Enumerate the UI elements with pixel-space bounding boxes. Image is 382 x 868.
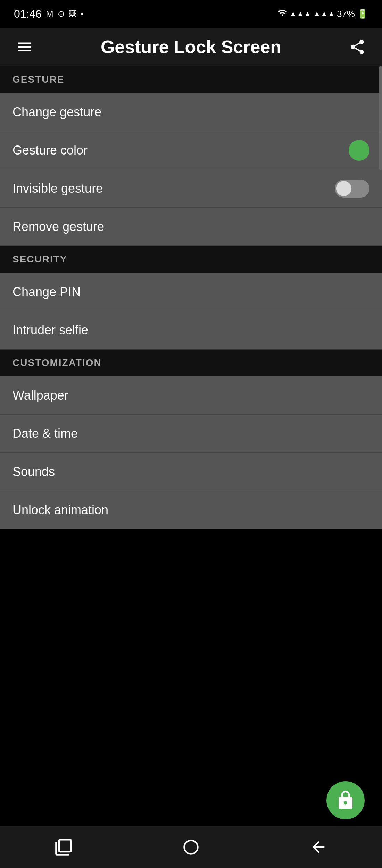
battery-icon: 🔋 — [357, 9, 368, 19]
customization-section-label: CUSTOMIZATION — [13, 357, 102, 368]
unlock-animation-label: Unlock animation — [13, 503, 108, 517]
status-right-group: ▲▲▲ ▲▲▲ 37% 🔋 — [277, 8, 368, 20]
wallpaper-item[interactable]: Wallpaper — [0, 376, 382, 415]
fab-lock-button[interactable] — [326, 781, 365, 819]
toggle-knob — [336, 181, 351, 196]
app-bar: Gesture Lock Screen — [0, 28, 382, 66]
change-gesture-label: Change gesture — [13, 105, 101, 119]
invisible-gesture-toggle[interactable] — [335, 180, 369, 198]
status-bar: 01:46 M ⊙ 🖼 • ▲▲▲ ▲▲▲ 37% 🔋 — [0, 0, 382, 28]
camera-icon: ⊙ — [58, 9, 65, 19]
invisible-gesture-label: Invisible gesture — [13, 181, 103, 196]
gmail-icon: M — [46, 9, 53, 19]
dot-icon: • — [81, 9, 83, 18]
change-pin-item[interactable]: Change PIN — [0, 273, 382, 311]
wallpaper-label: Wallpaper — [13, 388, 68, 403]
date-time-label: Date & time — [13, 426, 78, 441]
home-button[interactable] — [177, 833, 205, 861]
gesture-color-item[interactable]: Gesture color — [0, 131, 382, 169]
menu-button[interactable] — [13, 35, 37, 59]
image-icon: 🖼 — [69, 9, 76, 18]
sounds-label: Sounds — [13, 465, 55, 479]
security-section-label: SECURITY — [13, 254, 67, 265]
scroll-indicator — [379, 66, 382, 170]
bottom-nav — [0, 826, 382, 868]
gesture-color-label: Gesture color — [13, 143, 88, 158]
customization-section-header: CUSTOMIZATION — [0, 349, 382, 376]
remove-gesture-label: Remove gesture — [13, 219, 104, 234]
gesture-section-label: GESTURE — [13, 74, 64, 85]
fab-lock-icon — [335, 790, 356, 811]
app-title: Gesture Lock Screen — [101, 36, 281, 57]
intruder-selfie-label: Intruder selfie — [13, 323, 88, 337]
back-icon — [309, 838, 327, 856]
home-icon — [182, 838, 200, 856]
invisible-gesture-item[interactable]: Invisible gesture — [0, 169, 382, 208]
gesture-color-indicator[interactable] — [349, 140, 369, 161]
intruder-selfie-item[interactable]: Intruder selfie — [0, 311, 382, 349]
change-pin-label: Change PIN — [13, 285, 81, 299]
status-time: 01:46 — [14, 8, 42, 20]
security-section-header: SECURITY — [0, 246, 382, 273]
lte1-icon: ▲▲▲ — [289, 9, 311, 18]
change-gesture-item[interactable]: Change gesture — [0, 93, 382, 131]
gesture-section-header: GESTURE — [0, 66, 382, 93]
back-button[interactable] — [305, 833, 332, 861]
unlock-animation-item[interactable]: Unlock animation — [0, 491, 382, 529]
date-time-item[interactable]: Date & time — [0, 415, 382, 453]
remove-gesture-item[interactable]: Remove gesture — [0, 208, 382, 246]
sounds-item[interactable]: Sounds — [0, 453, 382, 491]
battery-text: 37% — [337, 9, 355, 19]
recent-apps-icon — [55, 838, 73, 856]
lte2-icon: ▲▲▲ — [313, 9, 335, 18]
share-button[interactable] — [345, 35, 369, 59]
recent-apps-button[interactable] — [50, 833, 77, 861]
status-left-group: 01:46 M ⊙ 🖼 • — [14, 8, 83, 20]
wifi-icon — [277, 8, 287, 20]
